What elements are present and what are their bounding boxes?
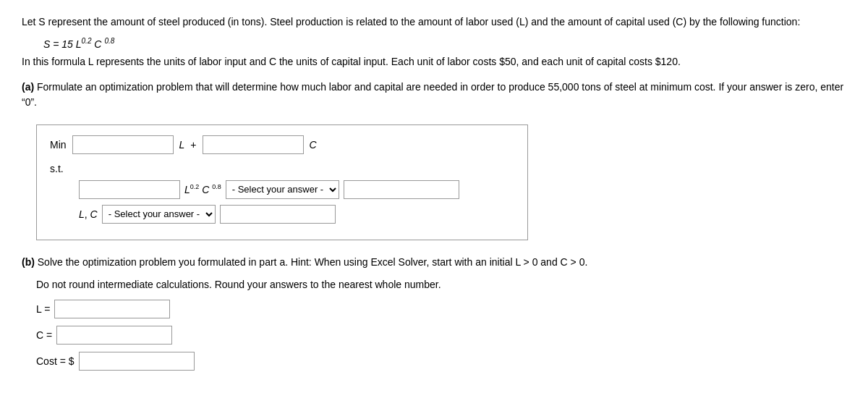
lc-label: L, C [79, 208, 98, 220]
l-answer-input[interactable] [54, 300, 170, 318]
l-label: L [179, 139, 185, 151]
c-label: C [310, 139, 317, 151]
constraint-rhs-input[interactable] [344, 180, 459, 199]
part-a-section: (a) Formulate an optimization problem th… [22, 80, 846, 240]
l-answer-row: L = [36, 300, 846, 318]
constraint-row-1: L0.2 C 0.8 - Select your answer - ≥ ≤ = [79, 180, 514, 199]
formula-s: S = 15 L0.2 C 0.8 [43, 38, 114, 50]
l-answer-label: L = [36, 303, 50, 315]
constraint-dropdown-2[interactable]: - Select your answer - ≥ ≤ = [102, 205, 216, 224]
constraint-row-2: L, C - Select your answer - ≥ ≤ = [79, 205, 514, 224]
formula-line: S = 15 L0.2 C 0.8 [43, 37, 846, 50]
plus-sign: + [190, 139, 196, 151]
st-label: s.t. [50, 163, 514, 174]
min-coefficient-c-input[interactable] [203, 135, 304, 154]
part-a-label: (a) [22, 81, 37, 93]
c-answer-input[interactable] [56, 326, 172, 345]
intro-line2: In this formula L represents the units o… [22, 54, 846, 69]
part-b-section: (b) Solve the optimization problem you f… [22, 255, 846, 371]
part-b-text1: Solve the optimization problem you formu… [38, 256, 588, 268]
part-b-text2: Do not round intermediate calculations. … [36, 279, 441, 290]
part-a-question: (a) Formulate an optimization problem th… [22, 80, 846, 110]
part-b-question: (b) Solve the optimization problem you f… [22, 255, 846, 270]
optimization-box: Min L + C s.t. L0.2 C 0.8 - Select your … [36, 124, 528, 240]
part-a-indent: Min L + C s.t. L0.2 C 0.8 - Select your … [36, 117, 846, 240]
min-label: Min [50, 139, 67, 151]
cost-answer-input[interactable] [79, 352, 195, 371]
min-row: Min L + C [50, 135, 514, 154]
intro-text: Let S represent the amount of steel prod… [22, 14, 846, 30]
constraint-rhs-2-input[interactable] [220, 205, 336, 224]
constraint-dropdown-1[interactable]: - Select your answer - ≥ ≤ = [226, 180, 339, 199]
c-answer-label: C = [36, 329, 52, 341]
part-a-text: Formulate an optimization problem that w… [22, 81, 843, 108]
part-b-hint: Do not round intermediate calculations. … [36, 277, 846, 292]
cost-answer-label: Cost = $ [36, 355, 75, 367]
constraint-formula: L0.2 C 0.8 [184, 183, 221, 195]
c-answer-row: C = [36, 326, 846, 345]
constraint-lhs-input[interactable] [79, 180, 180, 199]
min-coefficient-l-input[interactable] [72, 135, 174, 154]
cost-answer-row: Cost = $ [36, 352, 846, 371]
part-b-label: (b) [22, 256, 38, 268]
intro-line1: Let S represent the amount of steel prod… [22, 16, 800, 28]
